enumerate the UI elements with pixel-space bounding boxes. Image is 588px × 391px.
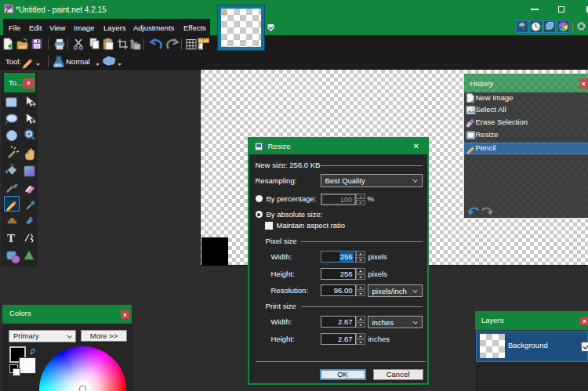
svg-text:T: T (7, 232, 15, 244)
